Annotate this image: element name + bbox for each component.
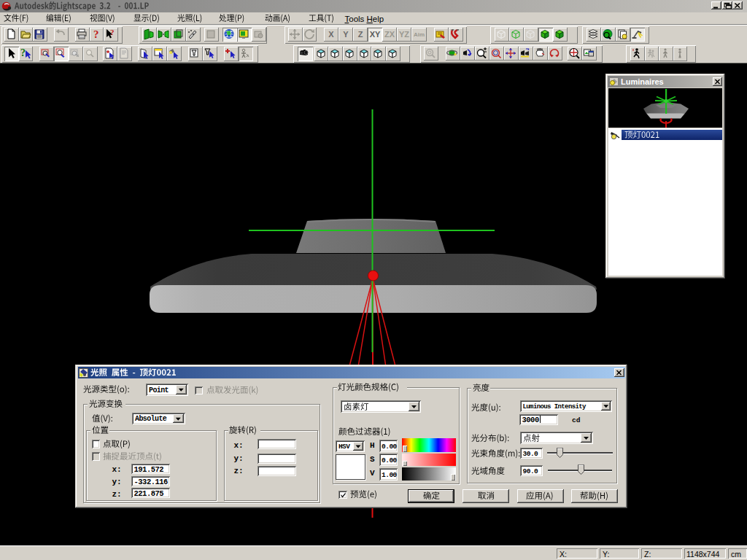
svg-text:?: ? <box>93 28 99 40</box>
svg-text:?: ? <box>110 28 115 36</box>
svg-text:?: ? <box>20 47 26 58</box>
